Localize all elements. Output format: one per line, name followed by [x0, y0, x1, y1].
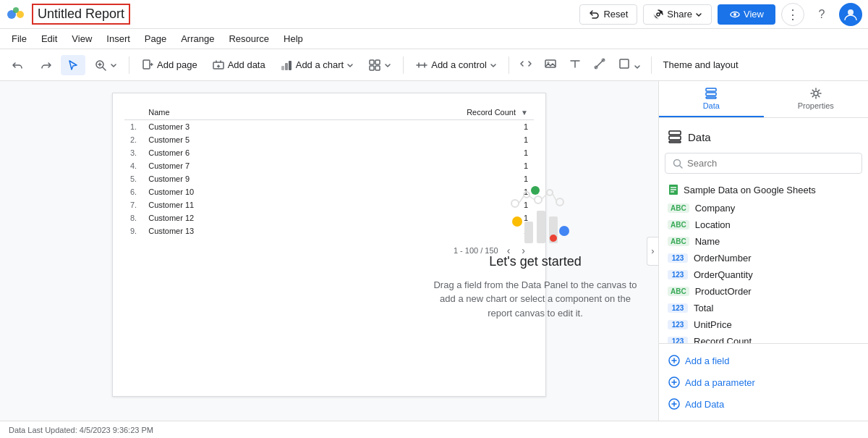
add-chart-icon [280, 59, 293, 72]
row-name: Customer 10 [142, 185, 315, 198]
svg-line-31 [529, 196, 535, 200]
field-item[interactable]: ABC Location [665, 216, 862, 233]
add-parameter-button[interactable]: Add a parameter [665, 371, 862, 393]
row-name: Customer 5 [142, 133, 315, 146]
toolbar: Add page Add data Add a chart Add a cont… [0, 49, 868, 81]
text-icon [569, 57, 582, 70]
chevron-right-icon: › [651, 245, 654, 256]
control-icon [415, 59, 428, 72]
menu-edit[interactable]: Edit [35, 31, 63, 46]
report-title[interactable]: Untitled Report [32, 4, 130, 25]
shape-button[interactable] [613, 54, 645, 76]
panel-content: Data Sample Data on Google Sheets ABC Co… [659, 118, 868, 343]
tab-properties-label: Properties [798, 101, 834, 110]
menu-page[interactable]: Page [139, 31, 172, 46]
share-button[interactable]: Share [643, 4, 712, 25]
svg-rect-48 [671, 189, 676, 190]
divider-3 [509, 56, 509, 74]
field-name: Location [695, 219, 731, 230]
add-data-button[interactable]: Add data [206, 55, 271, 75]
search-input[interactable] [687, 158, 854, 169]
svg-rect-21 [620, 59, 629, 68]
illustration [485, 182, 586, 254]
menu-resource[interactable]: Resource [223, 31, 275, 46]
add-parameter-label: Add a parameter [685, 377, 755, 388]
svg-point-45 [674, 159, 681, 166]
table-header-index [124, 105, 142, 120]
line-button[interactable] [589, 54, 610, 76]
menu-insert[interactable]: Insert [101, 31, 136, 46]
row-name: Customer 3 [142, 120, 315, 134]
help-button[interactable]: ? [810, 3, 833, 26]
divider-4 [651, 56, 652, 74]
add-control-button[interactable]: Add a control [409, 55, 503, 75]
svg-point-27 [535, 196, 542, 203]
panel-bottom: Add a field Add a parameter Add Data [659, 343, 868, 421]
svg-point-36 [531, 186, 540, 195]
share-label: Share [667, 9, 692, 20]
row-name: Customer 6 [142, 146, 315, 159]
status-text: Data Last Updated: 4/5/2023 9:36:23 PM [9, 426, 153, 434]
redo-button[interactable] [33, 55, 58, 75]
tab-properties[interactable]: Properties [764, 81, 869, 117]
reset-button[interactable]: Reset [579, 4, 637, 25]
zoom-button[interactable] [88, 55, 123, 75]
field-item[interactable]: ABC Company [665, 200, 862, 216]
table-header-name[interactable]: Name [142, 105, 315, 120]
reset-label: Reset [603, 9, 628, 20]
eye-icon [729, 9, 741, 20]
svg-point-2 [17, 11, 24, 18]
add-more-charts-button[interactable] [362, 55, 397, 75]
field-item[interactable]: ABC Name [665, 233, 862, 250]
add-page-label: Add page [157, 59, 197, 70]
code-button[interactable] [515, 54, 537, 76]
code-icon [519, 57, 532, 70]
menu-arrange[interactable]: Arrange [175, 31, 220, 46]
search-box[interactable] [665, 153, 862, 174]
data-tab-icon [705, 87, 718, 100]
started-title: Let's get started [489, 254, 582, 269]
field-item[interactable]: 123 OrderNumber [665, 250, 862, 266]
field-item[interactable]: ABC ProductOrder [665, 283, 862, 300]
svg-rect-39 [706, 93, 716, 96]
svg-point-5 [733, 13, 736, 16]
more-options-button[interactable]: ⋮ [781, 3, 804, 26]
status-bar: Data Last Updated: 4/5/2023 9:36:23 PM [0, 421, 868, 438]
svg-rect-38 [706, 88, 716, 91]
view-button[interactable]: View [718, 4, 775, 25]
menu-file[interactable]: File [6, 31, 33, 46]
menu-view[interactable]: View [66, 31, 98, 46]
theme-layout-button[interactable]: Theme and layout [663, 59, 739, 70]
field-name: Name [695, 236, 720, 247]
data-source-item[interactable]: Sample Data on Google Sheets [665, 180, 862, 200]
field-item[interactable]: 123 Total [665, 300, 862, 316]
field-type-badge: 123 [668, 253, 688, 263]
avatar[interactable] [839, 3, 862, 26]
field-item[interactable]: 123 UnitPrice [665, 316, 862, 333]
add-field-button[interactable]: Add a field [665, 350, 862, 371]
main-area: Name Record Count ▼ 1. Customer 3 1 2. C… [0, 81, 868, 421]
field-item[interactable]: 123 Record Count [665, 333, 862, 343]
svg-rect-10 [281, 66, 284, 70]
add-chart-button[interactable]: Add a chart [274, 55, 360, 75]
row-name: Customer 7 [142, 159, 315, 172]
canvas-area[interactable]: Name Record Count ▼ 1. Customer 3 1 2. C… [0, 81, 658, 421]
svg-point-34 [512, 216, 522, 227]
add-chart-dropdown-icon [346, 62, 354, 69]
add-data-button[interactable]: Add Data [665, 393, 862, 415]
svg-rect-8 [143, 60, 150, 69]
select-tool-button[interactable] [61, 55, 85, 75]
menu-help[interactable]: Help [278, 31, 309, 46]
image-button[interactable] [540, 54, 561, 76]
field-item[interactable]: 123 OrderQuantity [665, 266, 862, 283]
add-page-button[interactable]: Add page [135, 55, 203, 75]
grid-dropdown-icon [384, 62, 391, 69]
collapse-panel-button[interactable]: › [647, 237, 658, 266]
undo-button[interactable] [6, 55, 30, 75]
image-icon [544, 57, 557, 70]
tab-data[interactable]: Data [659, 81, 764, 117]
field-name: OrderNumber [694, 253, 751, 264]
row-index: 2. [124, 133, 142, 146]
search-icon [673, 159, 683, 169]
text-button[interactable] [564, 54, 586, 76]
